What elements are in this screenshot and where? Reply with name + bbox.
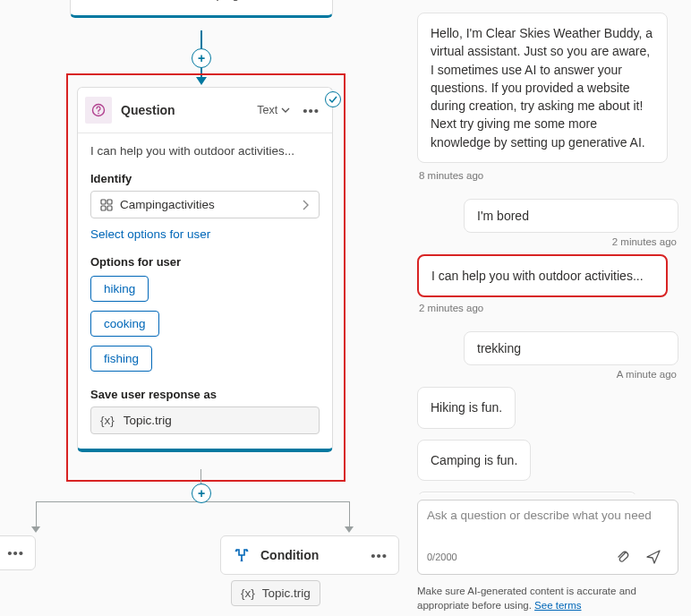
identify-entity-selector[interactable]: Campingactivities	[90, 191, 320, 218]
variable-name: Topic.trig	[262, 586, 311, 600]
bot-message: To what state will you be shipping?	[417, 492, 637, 494]
save-variable-field[interactable]: {x} Topic.trig	[90, 406, 320, 434]
bot-message: Camping is fun.	[417, 440, 531, 481]
options-label: Options for user	[90, 255, 320, 269]
arrow-down-icon	[31, 526, 40, 533]
question-card-header: Question Text •••	[78, 88, 332, 133]
entity-icon	[100, 199, 113, 211]
arrow-down-icon	[345, 526, 354, 533]
user-option-chip[interactable]: fishing	[90, 346, 152, 372]
test-chat-panel: Hello, I'm Clear Skies Weather Buddy, a …	[405, 0, 691, 616]
timestamp: 2 minutes ago	[417, 236, 677, 247]
branch-line	[36, 501, 349, 502]
connector-line	[349, 501, 350, 528]
question-icon	[85, 97, 112, 124]
validation-check-icon	[325, 91, 341, 107]
bot-message-highlighted: I can help you with outdoor activities..…	[417, 254, 668, 297]
add-node-button[interactable]: +	[192, 483, 211, 503]
condition-title: Condition	[260, 548, 319, 562]
svg-rect-3	[107, 200, 112, 204]
chevron-right-icon	[302, 200, 310, 210]
variable-icon: {x}	[241, 586, 255, 600]
user-option-chip[interactable]: hiking	[90, 276, 149, 302]
chevron-down-icon	[281, 106, 290, 115]
ai-disclaimer: Make sure AI-generated content is accura…	[417, 584, 678, 612]
identify-label: Identify	[90, 172, 320, 185]
question-type-label: Text	[257, 104, 277, 116]
trigger-phrase: What can I do when camping?	[83, 0, 320, 3]
user-option-chip[interactable]: cooking	[90, 311, 159, 337]
select-options-link[interactable]: Select options for user	[90, 227, 320, 241]
chat-transcript[interactable]: Hello, I'm Clear Skies Weather Buddy, a …	[417, 7, 678, 494]
question-output-type-selector[interactable]: Text	[257, 104, 290, 116]
timestamp: 8 minutes ago	[419, 170, 483, 181]
svg-rect-2	[101, 200, 106, 204]
timestamp: A minute ago	[417, 369, 677, 380]
svg-rect-5	[107, 206, 112, 210]
condition-node-card[interactable]: Condition •••	[220, 535, 399, 575]
condition-node-card[interactable]: tion •••	[0, 535, 36, 570]
svg-point-1	[98, 113, 99, 115]
identify-entity-value: Campingactivities	[120, 198, 294, 211]
authoring-canvas[interactable]: What activities can I do outdoors? What …	[0, 0, 405, 616]
question-card-title: Question	[121, 103, 248, 117]
chat-compose-box[interactable]: Ask a question or describe what you need…	[417, 500, 678, 575]
user-message: I'm bored	[464, 199, 678, 233]
save-variable-name: Topic.trig	[124, 414, 172, 427]
svg-rect-4	[101, 206, 106, 210]
attach-icon[interactable]	[608, 545, 638, 569]
bot-message: Hello, I'm Clear Skies Weather Buddy, a …	[417, 13, 668, 163]
question-prompt-text[interactable]: I can help you with outdoor activities..…	[90, 144, 320, 158]
disclaimer-text: Make sure AI-generated content is accura…	[417, 586, 636, 611]
branch-icon	[232, 545, 252, 565]
user-message: trekking	[464, 331, 678, 365]
send-icon[interactable]	[638, 545, 669, 569]
connector-line	[36, 501, 37, 528]
bot-message: Hiking is fun.	[417, 387, 516, 428]
variable-icon: {x}	[100, 414, 115, 427]
save-variable-label: Save user response as	[90, 388, 320, 401]
chat-input[interactable]: Ask a question or describe what you need	[427, 508, 669, 542]
question-more-menu[interactable]: •••	[299, 103, 323, 118]
condition-more-menu[interactable]: •••	[371, 548, 388, 563]
condition-variable-field[interactable]: {x} Topic.trig	[231, 580, 320, 606]
condition-more-menu[interactable]: •••	[7, 545, 24, 560]
question-node-card[interactable]: Question Text ••• I can help you with ou…	[77, 87, 333, 452]
trigger-phrases-card[interactable]: What activities can I do outdoors? What …	[70, 0, 333, 18]
timestamp: 2 minutes ago	[419, 303, 483, 313]
char-count: 0/2000	[427, 552, 608, 562]
see-terms-link[interactable]: See terms	[534, 600, 581, 611]
add-node-button[interactable]: +	[192, 48, 211, 68]
